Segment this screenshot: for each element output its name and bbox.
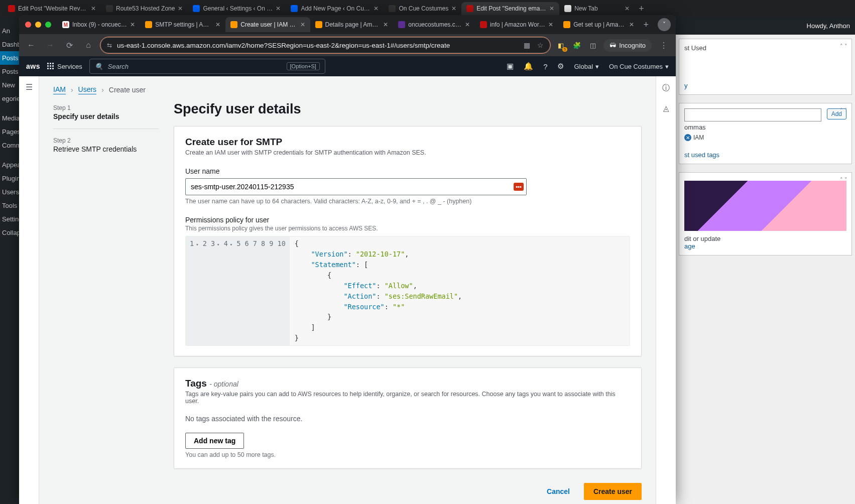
- username-input[interactable]: [185, 178, 527, 195]
- close-icon[interactable]: ✕: [215, 21, 220, 28]
- site-info-icon[interactable]: ⇆: [107, 42, 112, 49]
- inner-browser-tabstrip: MInbox (9) - oncuecost✕ SMTP settings | …: [19, 15, 676, 34]
- close-icon[interactable]: ✕: [465, 21, 470, 28]
- close-icon[interactable]: ✕: [383, 21, 388, 28]
- outer-tab[interactable]: General ‹ Settings ‹ On Cue✕: [188, 2, 286, 15]
- incognito-indicator[interactable]: 🕶 Incognito: [603, 39, 652, 52]
- favicon: [398, 21, 405, 28]
- favicon: M: [62, 21, 69, 28]
- window-controls[interactable]: [19, 22, 57, 28]
- remove-tag-icon[interactable]: ✕: [684, 134, 691, 141]
- panel-heading: Tags - optional: [185, 378, 630, 389]
- minimize-window-icon[interactable]: [35, 22, 41, 28]
- panel-heading: Create user for SMTP: [185, 137, 630, 148]
- reload-button[interactable]: ⟳: [62, 41, 76, 50]
- wizard-footer: Cancel Create user: [174, 480, 642, 500]
- chevron-icon[interactable]: ˄ ˅: [840, 107, 847, 114]
- inner-tab[interactable]: Details page | Amazo✕: [310, 17, 394, 32]
- favicon: [106, 5, 113, 12]
- notifications-icon[interactable]: 🔔: [524, 62, 533, 71]
- outer-tab[interactable]: Edit Post "Website Revamp✕: [3, 2, 101, 15]
- close-window-icon[interactable]: [25, 22, 31, 28]
- wizard-steps: Step 1 Specify user details Step 2 Retri…: [53, 101, 159, 500]
- metabox-featured-image: ˄ ˅ dit or update age: [679, 172, 852, 256]
- close-icon[interactable]: ✕: [300, 21, 305, 28]
- sidebar-toggle[interactable]: ☰: [19, 76, 39, 504]
- cloudshell-icon[interactable]: ▣: [507, 62, 514, 71]
- outer-tab[interactable]: Edit Post "Sending email fro✕: [461, 2, 559, 15]
- inner-tab[interactable]: MInbox (9) - oncuecost✕: [57, 17, 140, 32]
- browser-toolbar: ← → ⟳ ⌂ ⇆ us-east-1.console.aws.amazon.c…: [19, 34, 676, 56]
- inner-tab[interactable]: Get set up | Amazon ✕: [558, 17, 639, 32]
- close-icon[interactable]: ✕: [629, 21, 634, 28]
- breadcrumb-iam[interactable]: IAM: [53, 85, 66, 94]
- help-icon[interactable]: ?: [543, 62, 547, 71]
- favicon: [230, 21, 237, 28]
- maximize-window-icon[interactable]: [45, 22, 51, 28]
- close-icon[interactable]: ✕: [625, 5, 630, 12]
- chevron-down-icon: ▾: [595, 63, 599, 70]
- account-menu[interactable]: On Cue Costumes▾: [609, 63, 669, 70]
- username-label: User name: [185, 167, 630, 175]
- aws-logo[interactable]: aws: [26, 62, 40, 70]
- policy-code-block[interactable]: 1▾ 2 3▾ 4▾ 5 6 7 8 9 10 { "Version": "20…: [185, 236, 630, 346]
- add-new-tag-button[interactable]: Add new tag: [185, 433, 244, 449]
- security-icon[interactable]: ◬: [663, 104, 669, 113]
- tags-panel: Tags - optional Tags are key-value pairs…: [174, 367, 642, 469]
- settings-icon[interactable]: ⚙: [557, 62, 564, 71]
- chevron-down-icon: ▾: [665, 63, 669, 70]
- close-icon[interactable]: ✕: [91, 5, 96, 12]
- back-button[interactable]: ←: [24, 41, 38, 50]
- cancel-button[interactable]: Cancel: [540, 483, 577, 499]
- chevron-icon[interactable]: ˄ ˅: [840, 177, 847, 183]
- close-icon[interactable]: ✕: [130, 21, 135, 28]
- wizard-step-1[interactable]: Step 1 Specify user details: [53, 104, 159, 120]
- address-bar[interactable]: ⇆ us-east-1.console.aws.amazon.com/iamv2…: [100, 37, 550, 53]
- favicon: [389, 5, 396, 12]
- outer-tab[interactable]: New Tab✕: [559, 2, 635, 15]
- outer-tab[interactable]: Add New Page ‹ On Cue Cos✕: [286, 2, 384, 15]
- qr-icon[interactable]: ▦: [524, 41, 530, 49]
- inner-tab[interactable]: oncuecostumes.com✕: [393, 17, 475, 32]
- aws-header: aws Services 🔍 Search [Option+S] ▣ 🔔 ? ⚙…: [19, 56, 676, 76]
- close-icon[interactable]: ✕: [549, 5, 554, 12]
- outer-tab[interactable]: On Cue Costumes✕: [384, 2, 461, 15]
- create-user-button[interactable]: Create user: [584, 483, 642, 500]
- close-icon[interactable]: ✕: [548, 21, 553, 28]
- home-button[interactable]: ⌂: [81, 41, 95, 50]
- password-manager-icon[interactable]: •••: [514, 183, 524, 191]
- inner-tab[interactable]: Create user | IAM | Gl✕: [225, 17, 310, 32]
- new-tab-button[interactable]: +: [635, 4, 648, 14]
- close-icon[interactable]: ✕: [276, 5, 281, 12]
- inner-tab[interactable]: SMTP settings | Amaz✕: [140, 17, 225, 32]
- extension-icon[interactable]: ◧: [555, 40, 566, 51]
- bookmark-icon[interactable]: ☆: [537, 41, 544, 49]
- page-title: Specify user details: [174, 101, 642, 117]
- permissions-label: Permissions policy for user: [185, 216, 630, 224]
- inner-tab[interactable]: info | Amazon WorkM✕: [475, 17, 558, 32]
- wizard-step-2[interactable]: Step 2 Retrieve SMTP credentials: [53, 137, 159, 153]
- region-selector[interactable]: Global▾: [574, 63, 599, 70]
- outer-tab[interactable]: Route53 Hosted Zone✕: [101, 2, 188, 15]
- incognito-icon: 🕶: [609, 42, 616, 49]
- chevron-icon[interactable]: ˄ ˅: [840, 43, 847, 50]
- tag-input[interactable]: [684, 108, 821, 121]
- breadcrumb-users[interactable]: Users: [78, 85, 97, 94]
- aws-search-input[interactable]: 🔍 Search [Option+S]: [89, 59, 325, 74]
- services-menu[interactable]: Services: [47, 63, 82, 70]
- close-icon[interactable]: ✕: [374, 5, 379, 12]
- close-icon[interactable]: ✕: [451, 5, 456, 12]
- extensions-button[interactable]: 🧩: [571, 40, 582, 51]
- metabox: ˄ ˅ st Used y: [679, 39, 852, 95]
- featured-image-thumbnail[interactable]: [684, 181, 846, 231]
- breadcrumb: IAM › Users › Create user: [53, 85, 642, 94]
- new-tab-button[interactable]: +: [639, 20, 653, 30]
- forward-button[interactable]: →: [43, 41, 57, 50]
- side-panel-icon[interactable]: ◫: [587, 40, 598, 51]
- favicon: [8, 5, 15, 12]
- tab-search-button[interactable]: ˅: [658, 18, 671, 31]
- close-icon[interactable]: ✕: [178, 5, 183, 12]
- kebab-menu-icon[interactable]: ⋮: [657, 41, 671, 50]
- info-icon[interactable]: ⓘ: [662, 83, 670, 93]
- favicon: [291, 5, 298, 12]
